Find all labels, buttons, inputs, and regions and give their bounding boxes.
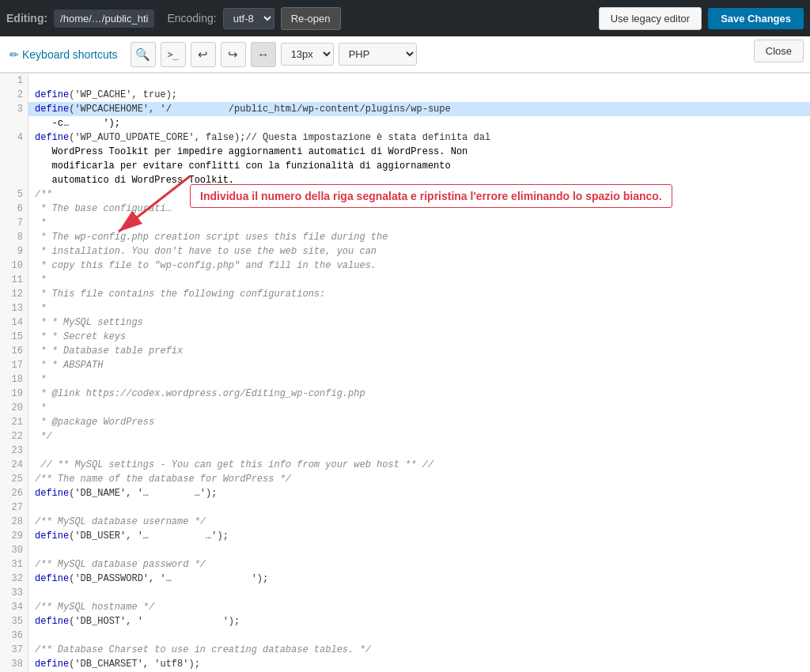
line-number: 17 bbox=[0, 358, 28, 372]
code-line[interactable] bbox=[28, 74, 810, 88]
line-number: 30 bbox=[0, 543, 28, 557]
code-line[interactable]: * * ABSPATH bbox=[28, 358, 810, 372]
code-line[interactable]: * * Database table prefix bbox=[28, 344, 810, 358]
line-number bbox=[0, 116, 28, 130]
line-number: 9 bbox=[0, 244, 28, 259]
code-line[interactable]: -c… '); bbox=[28, 116, 810, 130]
line-number: 5 bbox=[0, 187, 28, 202]
code-line[interactable]: /** MySQL hostname */ bbox=[28, 600, 810, 614]
line-number: 12 bbox=[0, 287, 28, 301]
line-number: 18 bbox=[0, 372, 28, 387]
line-number: 37 bbox=[0, 643, 28, 657]
search-button[interactable]: 🔍 bbox=[131, 42, 156, 67]
code-line[interactable]: define('DB_USER', '… …'); bbox=[28, 529, 810, 543]
line-number: 16 bbox=[0, 344, 28, 358]
line-number: 21 bbox=[0, 415, 28, 429]
code-line[interactable]: * installation. You don't have to use th… bbox=[28, 244, 810, 259]
encoding-label: Encoding: bbox=[167, 12, 216, 25]
line-number: 19 bbox=[0, 387, 28, 401]
code-line[interactable]: define('DB_CHARSET', 'utf8'); bbox=[28, 657, 810, 671]
line-number: 25 bbox=[0, 472, 28, 486]
font-size-select[interactable]: 13px 12px 14px 16px bbox=[281, 43, 334, 66]
line-number: 6 bbox=[0, 202, 28, 216]
line-number: 4 bbox=[0, 130, 28, 145]
code-line[interactable]: define('DB_HOST', ' '); bbox=[28, 614, 810, 629]
reopen-button[interactable]: Re-open bbox=[281, 7, 341, 30]
code-line[interactable]: * * MySQL settings bbox=[28, 315, 810, 330]
code-line[interactable]: WordPress Toolkit per impedire aggiornam… bbox=[28, 145, 810, 159]
keyboard-shortcuts-label: Keyboard shortcuts bbox=[22, 48, 118, 61]
code-line[interactable]: * bbox=[28, 273, 810, 287]
code-line[interactable] bbox=[28, 444, 810, 458]
code-line[interactable] bbox=[28, 543, 810, 557]
code-line[interactable]: */ bbox=[28, 429, 810, 444]
line-number: 1 bbox=[0, 74, 28, 88]
code-line[interactable]: /** The name of the database for WordPre… bbox=[28, 472, 810, 486]
line-number: 26 bbox=[0, 486, 28, 500]
code-line[interactable]: * copy this file to "wp-config.php" and … bbox=[28, 259, 810, 273]
code-line[interactable]: /** MySQL database username */ bbox=[28, 515, 810, 529]
line-number: 2 bbox=[0, 88, 28, 102]
code-line[interactable]: * bbox=[28, 301, 810, 315]
line-number: 36 bbox=[0, 629, 28, 643]
encoding-select[interactable]: utf-8 bbox=[223, 8, 274, 29]
top-toolbar: Editing: /home/…/public_hti Encoding: ut… bbox=[0, 0, 810, 36]
line-number: 31 bbox=[0, 557, 28, 572]
line-number: 33 bbox=[0, 586, 28, 600]
line-number: 22 bbox=[0, 429, 28, 444]
line-number: 20 bbox=[0, 401, 28, 415]
line-number: 38 bbox=[0, 657, 28, 671]
code-line[interactable]: define('WP_CACHE', true); bbox=[28, 88, 810, 102]
code-area[interactable]: define('WP_CACHE', true);define('WPCACHE… bbox=[28, 74, 810, 672]
line-numbers: 1234567891011121314151617181920212223242… bbox=[0, 74, 28, 672]
line-number: 7 bbox=[0, 216, 28, 230]
code-line[interactable]: * bbox=[28, 216, 810, 230]
line-number: 3 bbox=[0, 102, 28, 116]
use-legacy-button[interactable]: Use legacy editor bbox=[599, 7, 702, 30]
editor-container: 1234567891011121314151617181920212223242… bbox=[0, 74, 810, 672]
redo-button[interactable]: ↪ bbox=[221, 42, 246, 67]
save-changes-button[interactable]: Save Changes bbox=[708, 8, 804, 29]
code-line[interactable]: * * Secret keys bbox=[28, 330, 810, 344]
line-number: 29 bbox=[0, 529, 28, 543]
code-line[interactable]: define('WP_AUTO_UPDATE_CORE', false);// … bbox=[28, 130, 810, 145]
code-line[interactable]: /** Database Charset to use in creating … bbox=[28, 643, 810, 657]
wrap-button[interactable]: ↔ bbox=[251, 42, 276, 67]
second-toolbar: ✏ Keyboard shortcuts 🔍 >_ ↩ ↪ ↔ 13px 12p… bbox=[0, 36, 810, 73]
code-line[interactable]: * @package WordPress bbox=[28, 415, 810, 429]
code-line[interactable]: define('DB_NAME', '… …'); bbox=[28, 486, 810, 500]
code-line[interactable]: * The wp-config.php creation script uses… bbox=[28, 230, 810, 244]
language-select[interactable]: PHP HTML CSS JavaScript bbox=[339, 43, 417, 66]
code-line[interactable] bbox=[28, 500, 810, 515]
line-number: 13 bbox=[0, 301, 28, 315]
code-line[interactable]: * The base configurati… bbox=[28, 202, 810, 216]
close-button[interactable]: Close bbox=[754, 40, 804, 62]
code-line[interactable]: modificarla per evitare conflitti con la… bbox=[28, 159, 810, 173]
code-line[interactable]: * bbox=[28, 372, 810, 387]
code-line[interactable]: * @link https://codex.wordpress.org/Edit… bbox=[28, 387, 810, 401]
line-number: 15 bbox=[0, 330, 28, 344]
line-number: 8 bbox=[0, 230, 28, 244]
line-number: 23 bbox=[0, 444, 28, 458]
code-line[interactable]: * bbox=[28, 401, 810, 415]
line-number bbox=[0, 159, 28, 173]
code-line[interactable]: /** MySQL database password */ bbox=[28, 557, 810, 572]
code-line[interactable]: /** bbox=[28, 187, 810, 202]
code-line[interactable]: // ** MySQL settings - You can get this … bbox=[28, 458, 810, 472]
terminal-button[interactable]: >_ bbox=[161, 42, 186, 67]
code-line[interactable] bbox=[28, 629, 810, 643]
line-number: 35 bbox=[0, 614, 28, 629]
line-number: 28 bbox=[0, 515, 28, 529]
keyboard-shortcuts-link[interactable]: ✏ Keyboard shortcuts bbox=[9, 48, 118, 61]
line-number bbox=[0, 145, 28, 159]
file-path: /home/…/public_hti bbox=[54, 9, 154, 28]
undo-button[interactable]: ↩ bbox=[191, 42, 216, 67]
code-line[interactable]: define('WPCACHEHOME', '/ /public_html/wp… bbox=[28, 102, 810, 116]
code-line[interactable]: * This file contains the following confi… bbox=[28, 287, 810, 301]
line-number bbox=[0, 173, 28, 187]
code-line[interactable]: define('DB_PASSWORD', '… '); bbox=[28, 572, 810, 586]
editing-label: Editing: bbox=[6, 12, 47, 25]
code-line[interactable]: automatico di WordPress Toolkit. bbox=[28, 173, 810, 187]
line-number: 27 bbox=[0, 500, 28, 515]
code-line[interactable] bbox=[28, 586, 810, 600]
